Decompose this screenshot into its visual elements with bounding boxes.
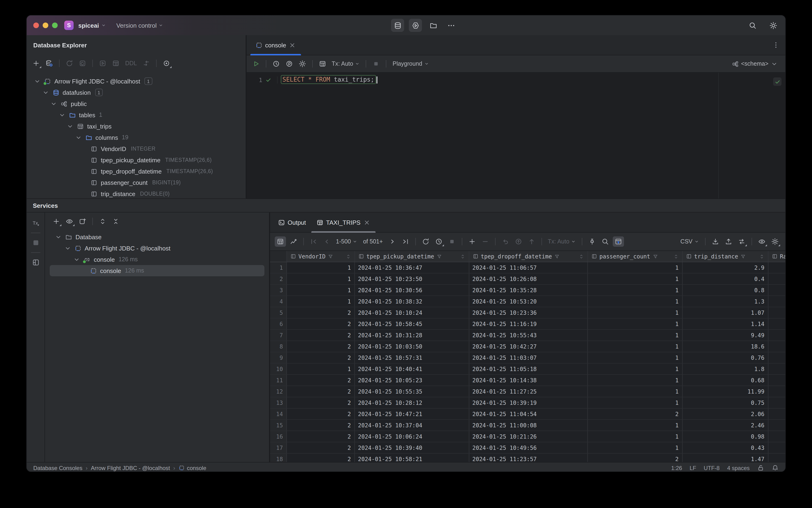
row-number[interactable]: 15 (270, 420, 287, 431)
tab-taxi-trips[interactable]: TAXI_TRIPS (311, 212, 375, 232)
cell-vendorid-row-7[interactable]: 2 (287, 330, 355, 341)
explain-plan-button[interactable] (283, 59, 295, 69)
column-header-trip_distance[interactable]: trip_distance (682, 251, 768, 262)
cell-tpep_pickup_datetime-row-4[interactable]: 2024-01-25 10:38:32 (355, 296, 469, 307)
cell-rate-row-5[interactable] (768, 307, 785, 318)
project-files-button[interactable] (426, 19, 440, 32)
tree-chevron-icon[interactable] (42, 89, 49, 96)
cell-passenger_count-row-16[interactable]: 1 (588, 431, 682, 442)
auto-refresh-button[interactable] (433, 237, 444, 247)
cell-vendorid-row-6[interactable]: 2 (287, 319, 355, 329)
tree-item-taxi-trips[interactable]: taxi_trips (27, 121, 246, 132)
schema-selector[interactable]: <schema> (732, 60, 781, 67)
search-everywhere-button[interactable] (746, 19, 759, 32)
cell-trip_distance-row-6[interactable]: 1.14 (682, 319, 768, 329)
cell-tpep_dropoff_datetime-row-9[interactable]: 2024-01-25 11:03:07 (469, 352, 588, 363)
cell-trip_distance-row-15[interactable]: 2.46 (682, 420, 768, 431)
cell-tpep_pickup_datetime-row-15[interactable]: 2024-01-25 10:37:04 (355, 420, 469, 431)
transaction-strip-button[interactable]: Tx (31, 218, 41, 228)
close-window-button[interactable] (33, 23, 39, 28)
column-filter-icon[interactable] (437, 254, 442, 259)
tree-chevron-icon[interactable] (75, 134, 82, 141)
cell-trip_distance-row-3[interactable]: 0.8 (682, 285, 768, 296)
cell-tpep_dropoff_datetime-row-16[interactable]: 2024-01-25 10:21:26 (469, 431, 588, 442)
cell-passenger_count-row-3[interactable]: 1 (588, 285, 682, 296)
grid-settings-button[interactable] (769, 237, 780, 247)
cell-trip_distance-row-1[interactable]: 2.9 (682, 262, 768, 273)
column-header-tpep_pickup_datetime[interactable]: tpep_pickup_datetime (355, 251, 469, 262)
cell-trip_distance-row-9[interactable]: 0.76 (682, 352, 768, 363)
revert-changes-button[interactable] (500, 237, 511, 247)
cell-tpep_dropoff_datetime-row-13[interactable]: 2024-01-25 10:39:19 (469, 397, 588, 408)
tree-item-tpep-pickup-datetime[interactable]: tpep_pickup_datetimeTIMESTAMP(26,6) (27, 154, 246, 166)
tree-item-database[interactable]: Database (45, 231, 269, 243)
tree-chevron-icon[interactable] (55, 234, 62, 241)
cell-passenger_count-row-17[interactable]: 1 (588, 442, 682, 453)
cell-tpep_dropoff_datetime-row-15[interactable]: 2024-01-25 11:00:08 (469, 420, 588, 431)
column-header-passenger_count[interactable]: passenger_count (588, 251, 682, 262)
row-number[interactable]: 13 (270, 397, 287, 408)
cell-passenger_count-row-18[interactable]: 2 (588, 454, 682, 462)
cell-rate-row-11[interactable] (768, 375, 785, 386)
stop-button[interactable] (371, 59, 382, 69)
filter-rows-button[interactable] (613, 237, 624, 247)
tree-item-tables[interactable]: tables1 (27, 109, 246, 121)
pause-button[interactable] (446, 237, 457, 247)
data-view-toggle[interactable] (274, 237, 286, 247)
add-row-button[interactable] (466, 237, 478, 247)
cell-tpep_pickup_datetime-row-8[interactable]: 2024-01-25 10:03:50 (355, 341, 469, 352)
cell-passenger_count-row-2[interactable]: 1 (588, 273, 682, 284)
cell-passenger_count-row-1[interactable]: 1 (588, 262, 682, 273)
cell-tpep_pickup_datetime-row-16[interactable]: 2024-01-25 10:06:24 (355, 431, 469, 442)
caret-position[interactable]: 1:26 (671, 465, 682, 471)
cell-tpep_dropoff_datetime-row-8[interactable]: 2024-01-25 10:42:27 (469, 341, 588, 352)
cell-trip_distance-row-2[interactable]: 0.4 (682, 273, 768, 284)
cell-rate-row-12[interactable] (768, 386, 785, 397)
database-tool-button[interactable] (391, 19, 404, 32)
cell-tpep_dropoff_datetime-row-2[interactable]: 2024-01-25 10:26:08 (469, 273, 588, 284)
cell-tpep_pickup_datetime-row-6[interactable]: 2024-01-25 10:58:45 (355, 319, 469, 329)
cell-vendorid-row-9[interactable]: 2 (287, 352, 355, 363)
cell-tpep_dropoff_datetime-row-17[interactable]: 2024-01-25 10:49:56 (469, 442, 588, 453)
cell-rate-row-3[interactable] (768, 285, 785, 296)
row-number[interactable]: 18 (270, 454, 287, 462)
column-filter-icon[interactable] (652, 254, 658, 259)
tree-chevron-icon[interactable] (73, 256, 80, 263)
console-settings-button[interactable] (297, 59, 308, 69)
tree-item-tpep-dropoff-datetime[interactable]: tpep_dropoff_datetimeTIMESTAMP(26,6) (27, 166, 246, 177)
cell-tpep_dropoff_datetime-row-6[interactable]: 2024-01-25 11:16:19 (469, 319, 588, 329)
row-number[interactable]: 1 (270, 262, 287, 273)
compare-data-button[interactable] (736, 237, 747, 247)
cell-trip_distance-row-4[interactable]: 1.3 (682, 296, 768, 307)
data-source-properties-button[interactable] (44, 58, 55, 69)
new-data-source-button[interactable] (31, 58, 42, 69)
cancel-running-statements-button[interactable] (77, 58, 88, 69)
cell-vendorid-row-8[interactable]: 2 (287, 341, 355, 352)
grid-corner-cell[interactable] (270, 251, 287, 262)
cell-vendorid-row-12[interactable]: 2 (287, 386, 355, 397)
column-header-rate[interactable]: Rate (768, 251, 785, 262)
row-number[interactable]: 9 (270, 352, 287, 363)
first-page-button[interactable] (308, 237, 319, 247)
column-filter-icon[interactable] (740, 254, 746, 259)
cell-rate-row-15[interactable] (768, 420, 785, 431)
cell-rate-row-9[interactable] (768, 352, 785, 363)
cell-passenger_count-row-9[interactable]: 1 (588, 352, 682, 363)
cell-vendorid-row-15[interactable]: 2 (287, 420, 355, 431)
cell-trip_distance-row-16[interactable]: 0.98 (682, 431, 768, 442)
cell-tpep_dropoff_datetime-row-14[interactable]: 2024-01-25 11:04:54 (469, 409, 588, 419)
delete-row-button[interactable] (479, 237, 491, 247)
transaction-mode-button[interactable]: Tx: Auto (330, 59, 362, 69)
cell-tpep_pickup_datetime-row-13[interactable]: 2024-01-25 10:28:12 (355, 397, 469, 408)
row-number[interactable]: 11 (270, 375, 287, 386)
grid-transaction-mode-button[interactable]: Tx: Auto (546, 237, 578, 246)
last-page-button[interactable] (400, 237, 411, 247)
stop-process-button[interactable] (31, 238, 41, 248)
zoom-window-button[interactable] (52, 23, 58, 28)
rollback-button[interactable] (513, 237, 524, 247)
more-actions-button[interactable] (444, 19, 458, 32)
minimize-window-button[interactable] (43, 23, 48, 28)
cell-passenger_count-row-11[interactable]: 1 (588, 375, 682, 386)
view-options-button[interactable] (64, 216, 75, 226)
cell-vendorid-row-2[interactable]: 1 (287, 273, 355, 284)
